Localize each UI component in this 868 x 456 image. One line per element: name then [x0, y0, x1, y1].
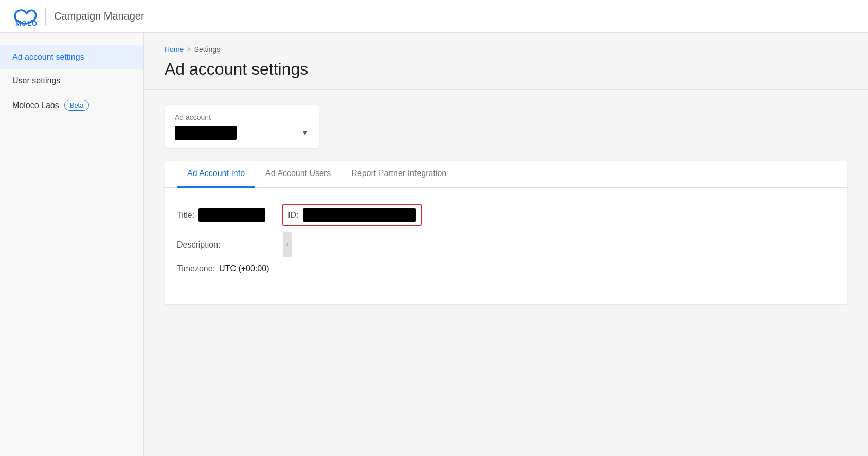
- page-header: Home > Settings Ad account settings: [144, 33, 868, 90]
- app-header: MOLOCO Campaign Manager: [0, 0, 868, 33]
- timezone-value: UTC (+00:00): [219, 264, 269, 273]
- tab-content-ad-account-info: Title: ID: Description: T: [165, 188, 847, 304]
- breadcrumb-home[interactable]: Home: [165, 45, 184, 54]
- sidebar-item-user-settings[interactable]: User settings: [0, 69, 143, 93]
- title-id-field-row: Title: ID:: [177, 204, 835, 226]
- tab-ad-account-info[interactable]: Ad Account Info: [177, 161, 255, 188]
- app-title: Campaign Manager: [54, 10, 144, 22]
- content-area: Ad account ▼ Ad Account Info Ad Account …: [144, 90, 868, 320]
- description-label: Description:: [177, 240, 220, 250]
- timezone-field-row: Timezone: UTC (+00:00): [177, 264, 835, 273]
- selector-label: Ad account: [175, 113, 309, 121]
- timezone-label: Timezone:: [177, 264, 215, 273]
- sidebar-collapse-handle[interactable]: ‹: [283, 232, 292, 257]
- sidebar-item-ad-account-settings[interactable]: Ad account settings: [0, 45, 143, 69]
- id-field-highlight: ID:: [282, 204, 422, 226]
- moloco-logo-icon: MOLOCO: [12, 6, 37, 27]
- breadcrumb: Home > Settings: [165, 45, 847, 54]
- title-label: Title:: [177, 211, 194, 220]
- logo-area: MOLOCO: [12, 6, 37, 27]
- svg-text:MOLOCO: MOLOCO: [15, 20, 37, 27]
- title-field-group: Title:: [177, 208, 265, 222]
- id-value-redacted: [303, 208, 416, 222]
- page-title: Ad account settings: [165, 60, 847, 79]
- breadcrumb-separator: >: [187, 45, 191, 54]
- description-field-row: Description:: [177, 240, 835, 250]
- tabs-container: Ad Account Info Ad Account Users Report …: [165, 161, 847, 304]
- sidebar: Ad account settings User settings Moloco…: [0, 33, 144, 456]
- selector-value-redacted: [175, 126, 237, 140]
- tab-report-partner-integration[interactable]: Report Partner Integration: [341, 161, 457, 188]
- main-layout: Ad account settings User settings Moloco…: [0, 33, 868, 456]
- tabs-header: Ad Account Info Ad Account Users Report …: [165, 161, 847, 188]
- header-divider: [45, 8, 46, 25]
- selector-value-row[interactable]: ▼: [175, 126, 309, 140]
- title-value-redacted: [198, 208, 265, 222]
- id-label: ID:: [288, 211, 298, 220]
- dropdown-arrow-icon: ▼: [301, 129, 309, 137]
- beta-badge: Beta: [64, 100, 89, 111]
- ad-account-selector-card: Ad account ▼: [165, 105, 319, 148]
- sidebar-item-moloco-labs[interactable]: Moloco Labs Beta: [0, 93, 143, 118]
- breadcrumb-current: Settings: [194, 45, 221, 54]
- tab-ad-account-users[interactable]: Ad Account Users: [255, 161, 341, 188]
- main-content: ‹ Home > Settings Ad account settings Ad…: [144, 33, 868, 456]
